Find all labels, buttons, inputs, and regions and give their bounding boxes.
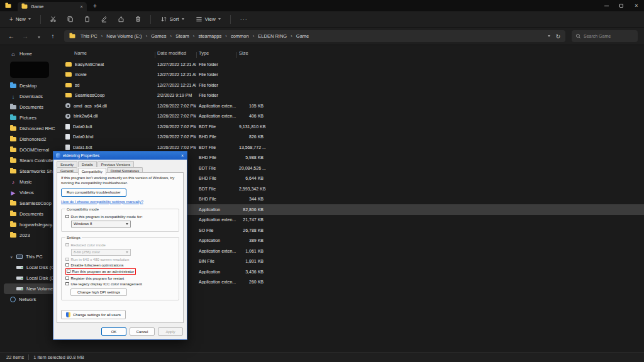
breadcrumb-item-steamapps[interactable]: steamapps bbox=[197, 33, 223, 40]
dialog-close-icon[interactable]: × bbox=[178, 153, 187, 158]
file-row-amd-ags-x64-dll[interactable]: amd_ags_x64.dll12/26/2022 7:02 PMApplica… bbox=[63, 101, 644, 111]
minimize-button[interactable] bbox=[599, 0, 614, 11]
color-mode-dropdown[interactable]: 8-bit (256) color bbox=[71, 249, 131, 256]
status-bar: 22 items 1 item selected 80.8 MB bbox=[0, 352, 644, 362]
breadcrumb-item-elden-ring[interactable]: ELDEN RING bbox=[257, 33, 288, 40]
status-selection-info: 1 item selected 80.8 MB bbox=[33, 354, 84, 360]
ok-button[interactable]: OK bbox=[101, 327, 126, 336]
file-row-seamlesscoop[interactable]: SeamlessCoop2/2/2023 9:19 PMFile folder bbox=[63, 90, 644, 101]
sidebar-item-home[interactable]: ⌂Home bbox=[4, 48, 59, 59]
sidebar-item-downloads[interactable]: ↓Downloads bbox=[4, 91, 59, 102]
view-button[interactable]: View bbox=[191, 14, 225, 25]
sidebar-item-label: DOOMEternal bbox=[19, 147, 49, 153]
maximize-button[interactable] bbox=[614, 0, 629, 11]
folder-icon bbox=[70, 34, 75, 38]
breadcrumb-item-this-pc[interactable]: This PC bbox=[79, 33, 99, 40]
breadcrumb-item-steam[interactable]: Steam bbox=[174, 33, 191, 40]
tab-close-icon[interactable]: × bbox=[80, 4, 83, 9]
resolution-checkbox[interactable]: Run in 640 x 480 screen resolution bbox=[65, 258, 175, 261]
rename-button[interactable] bbox=[97, 14, 111, 25]
search-input[interactable] bbox=[584, 34, 634, 38]
column-headers: NameDate modifiedTypeSize bbox=[63, 48, 644, 58]
sidebar-item-steam-controlle[interactable]: Steam Controlle... bbox=[4, 155, 59, 166]
sidebar-item-network[interactable]: Network bbox=[4, 294, 59, 305]
chevron-expanded-icon[interactable]: ∨ bbox=[10, 255, 13, 259]
reduced-color-checkbox[interactable]: Reduced color mode bbox=[65, 243, 175, 247]
sidebar-item-documents[interactable]: Documents bbox=[4, 102, 59, 112]
dialog-tab-security[interactable]: Security bbox=[57, 161, 77, 167]
column-header-name[interactable]: Name bbox=[63, 50, 155, 56]
refresh-icon[interactable]: ↻ bbox=[555, 33, 560, 40]
cancel-button[interactable]: Cancel bbox=[130, 327, 155, 336]
forward-button[interactable]: → bbox=[20, 33, 30, 40]
more-options-button[interactable]: ··· bbox=[236, 14, 252, 25]
sidebar-item-documents[interactable]: Documents bbox=[4, 209, 59, 219]
sidebar-item-hogwartslegacy-e[interactable]: hogwartslegacy.e... bbox=[4, 219, 59, 230]
column-header-type[interactable]: Type bbox=[196, 50, 236, 56]
column-header-size[interactable]: Size bbox=[236, 50, 265, 56]
sidebar-item-label: Steam Controlle... bbox=[19, 158, 57, 163]
file-row-sd[interactable]: sd12/27/2022 12:21 AMFile folder bbox=[63, 80, 644, 90]
icc-checkbox[interactable]: Use legacy display ICC color management bbox=[65, 282, 175, 286]
file-name-cell: SeamlessCoop bbox=[63, 93, 155, 97]
new-button[interactable]: + New bbox=[5, 14, 35, 24]
compat-mode-checkbox[interactable]: Run this program in compatibility mode f… bbox=[65, 215, 175, 219]
compat-os-dropdown[interactable]: Windows 8 bbox=[71, 221, 131, 228]
paste-button[interactable] bbox=[80, 14, 94, 25]
file-row-data0-bdt[interactable]: Data0.bdt12/26/2022 7:02 PMBDT File9,131… bbox=[63, 121, 644, 132]
dialog-tab-details[interactable]: Details bbox=[78, 161, 97, 167]
file-row-data0-bhd[interactable]: Data0.bhd12/26/2022 7:02 PMBHD File826 K… bbox=[63, 132, 644, 143]
compat-help-link[interactable]: How do I choose compatibility settings m… bbox=[61, 200, 179, 204]
redacted-label bbox=[10, 62, 49, 78]
file-row-movie[interactable]: movie12/27/2022 12:21 AMFile folder bbox=[63, 70, 644, 80]
breadcrumb-item-game[interactable]: Game bbox=[295, 33, 310, 40]
column-header-date-modified[interactable]: Date modified bbox=[155, 50, 196, 56]
delete-button[interactable] bbox=[131, 14, 145, 25]
sidebar-item-dishonored-rhc[interactable]: Dishonored RHC bbox=[4, 123, 59, 134]
sidebar-item-new-volume-e[interactable]: New Volume (E:) bbox=[4, 283, 59, 294]
sidebar-item-seamlesscoop[interactable]: SeamlessCoop bbox=[4, 198, 59, 209]
change-all-users-button[interactable]: Change settings for all users bbox=[61, 310, 126, 319]
share-button[interactable] bbox=[114, 14, 128, 25]
recent-locations-button[interactable] bbox=[34, 33, 44, 40]
breadcrumb-item-games[interactable]: Games bbox=[150, 33, 167, 40]
run-troubleshooter-button[interactable]: Run compatibility troubleshooter bbox=[61, 189, 126, 197]
sidebar-item-music[interactable]: ♪Music bbox=[4, 177, 59, 187]
file-row-easyanticheat[interactable]: EasyAntiCheat12/27/2022 12:21 AMFile fol… bbox=[63, 59, 644, 70]
file-size-cell: 82,806 KB bbox=[236, 207, 265, 212]
address-dropdown-icon[interactable] bbox=[548, 35, 550, 37]
apply-button[interactable]: Apply bbox=[158, 327, 183, 336]
dialog-tab-compatibility[interactable]: Compatibility bbox=[78, 168, 106, 175]
breadcrumb-bar[interactable]: This PC›New Volume (E:)›Games›Steam›stea… bbox=[64, 30, 565, 42]
explorer-tab-game[interactable]: Game × bbox=[18, 2, 87, 11]
search-box[interactable] bbox=[572, 30, 638, 42]
run-as-admin-checkbox[interactable]: Run this program as an administrator bbox=[67, 270, 134, 273]
dialog-tab-previous-versions[interactable]: Previous Versions bbox=[97, 161, 134, 167]
breadcrumb-item-common[interactable]: common bbox=[230, 33, 250, 40]
sidebar-item-local-disk-d[interactable]: Local Disk (D:) bbox=[4, 273, 59, 283]
change-dpi-button[interactable]: Change high DPI settings bbox=[70, 288, 127, 296]
sidebar-item-2023[interactable]: 2023 bbox=[4, 230, 59, 241]
dialog-titlebar[interactable]: eldenring Properties × bbox=[53, 151, 187, 160]
sidebar-item-pictures[interactable]: Pictures bbox=[4, 112, 59, 123]
sidebar-item-videos[interactable]: ▶Videos bbox=[4, 187, 59, 198]
sidebar-item-item[interactable] bbox=[4, 59, 59, 80]
sidebar-item-doometernal[interactable]: DOOMEternal bbox=[4, 145, 59, 155]
register-restart-checkbox[interactable]: Register this program for restart bbox=[65, 277, 175, 280]
sidebar-item-desktop[interactable]: Desktop bbox=[4, 80, 59, 91]
fullscreen-checkbox[interactable]: Disable fullscreen optimizations bbox=[65, 263, 175, 267]
sidebar-item-local-disk-c[interactable]: Local Disk (C:) bbox=[4, 262, 59, 273]
close-button[interactable]: × bbox=[629, 0, 644, 11]
new-tab-button[interactable]: + bbox=[93, 3, 97, 9]
sidebar-item-this-pc[interactable]: ∨This PC bbox=[4, 251, 59, 262]
cut-button[interactable] bbox=[46, 14, 60, 25]
sidebar-item-dishonored2[interactable]: Dishonored2 bbox=[4, 134, 59, 145]
sidebar-item-steamworks-sha[interactable]: Steamworks Sha... bbox=[4, 166, 59, 177]
back-button[interactable]: ← bbox=[6, 33, 16, 40]
sidebar-item-label: Network bbox=[19, 297, 36, 302]
copy-button[interactable] bbox=[63, 14, 77, 25]
file-row-bink2w64-dll[interactable]: bink2w64.dll12/26/2022 7:02 PMApplicatio… bbox=[63, 111, 644, 122]
up-button[interactable]: ↑ bbox=[48, 33, 58, 40]
breadcrumb-item-new-volume-e[interactable]: New Volume (E:) bbox=[105, 33, 143, 40]
sort-button[interactable]: Sort bbox=[156, 14, 189, 25]
